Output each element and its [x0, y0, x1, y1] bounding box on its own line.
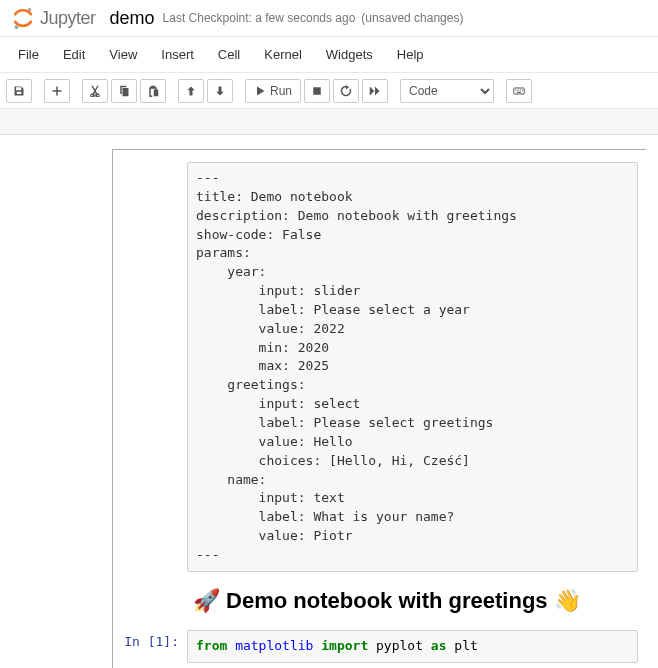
menu-file[interactable]: File: [6, 41, 51, 68]
svg-rect-2: [313, 87, 321, 95]
add-cell-button[interactable]: [44, 79, 70, 103]
save-icon: [13, 85, 25, 97]
copy-icon: [118, 85, 130, 97]
code-cell-1-content[interactable]: from matplotlib import pyplot as plt: [187, 630, 638, 663]
jupyter-logo-icon: [10, 5, 36, 31]
restart-icon: [340, 85, 352, 97]
svg-rect-5: [518, 89, 519, 90]
prompt-empty: [113, 162, 187, 572]
keyboard-icon: [513, 85, 525, 97]
restart-button[interactable]: [333, 79, 359, 103]
move-up-button[interactable]: [178, 79, 204, 103]
menu-view[interactable]: View: [97, 41, 149, 68]
cut-icon: [89, 85, 101, 97]
svg-point-1: [15, 25, 19, 29]
menu-edit[interactable]: Edit: [51, 41, 97, 68]
menu-widgets[interactable]: Widgets: [314, 41, 385, 68]
raw-cell-content[interactable]: --- title: Demo notebook description: De…: [187, 162, 638, 572]
arrow-up-icon: [185, 85, 197, 97]
unsaved-status: (unsaved changes): [361, 11, 463, 25]
svg-rect-8: [517, 91, 522, 92]
toolbar-spacer: [0, 109, 658, 135]
play-icon: [254, 85, 266, 97]
svg-rect-4: [515, 89, 516, 90]
run-button[interactable]: Run: [245, 79, 301, 103]
arrow-down-icon: [214, 85, 226, 97]
svg-rect-6: [520, 89, 521, 90]
prompt-in-1: In [1]:: [113, 630, 187, 663]
restart-run-all-button[interactable]: [362, 79, 388, 103]
raw-cell[interactable]: --- title: Demo notebook description: De…: [113, 158, 646, 576]
prompt-empty: [113, 580, 187, 622]
interrupt-button[interactable]: [304, 79, 330, 103]
markdown-cell[interactable]: 🚀 Demo notebook with greetings 👋: [113, 576, 646, 626]
menu-insert[interactable]: Insert: [149, 41, 206, 68]
code-cell-1[interactable]: In [1]: from matplotlib import pyplot as…: [113, 626, 646, 667]
menu-help[interactable]: Help: [385, 41, 436, 68]
toolbar: Run Code: [0, 73, 658, 109]
move-down-button[interactable]: [207, 79, 233, 103]
fast-forward-icon: [369, 85, 381, 97]
menu-cell[interactable]: Cell: [206, 41, 252, 68]
svg-rect-7: [522, 89, 523, 90]
cell-type-select[interactable]: Code: [400, 79, 494, 103]
paste-icon: [147, 85, 159, 97]
logo-text: Jupyter: [40, 8, 96, 29]
notebook-name[interactable]: demo: [110, 8, 155, 29]
command-palette-button[interactable]: [506, 79, 532, 103]
cut-button[interactable]: [82, 79, 108, 103]
save-button[interactable]: [6, 79, 32, 103]
markdown-heading: 🚀 Demo notebook with greetings 👋: [193, 588, 632, 614]
logo[interactable]: Jupyter: [10, 5, 96, 31]
stop-icon: [311, 85, 323, 97]
run-label: Run: [270, 84, 292, 98]
paste-button[interactable]: [140, 79, 166, 103]
menubar: File Edit View Insert Cell Kernel Widget…: [0, 37, 658, 73]
notebook-container: --- title: Demo notebook description: De…: [112, 149, 646, 668]
plus-icon: [51, 85, 63, 97]
menu-kernel[interactable]: Kernel: [252, 41, 314, 68]
copy-button[interactable]: [111, 79, 137, 103]
checkpoint-status: Last Checkpoint: a few seconds ago: [163, 11, 356, 25]
header: Jupyter demo Last Checkpoint: a few seco…: [0, 0, 658, 37]
svg-rect-3: [514, 88, 525, 94]
